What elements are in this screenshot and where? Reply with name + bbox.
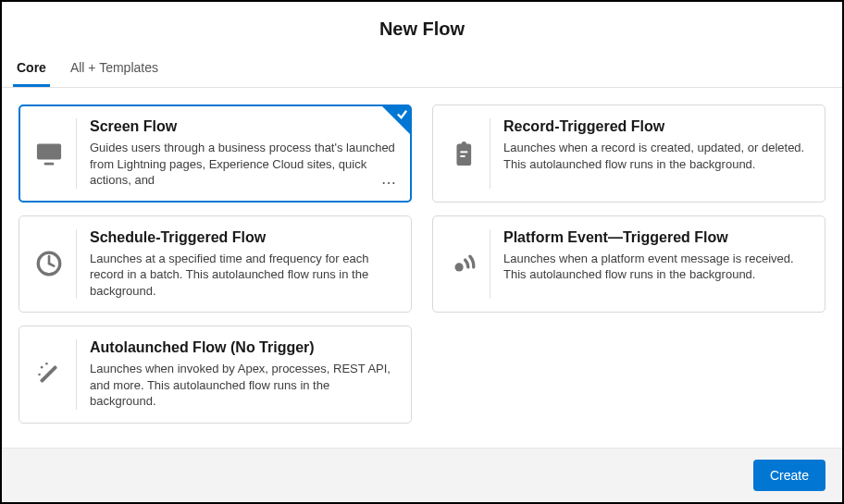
- clipboard-icon: [446, 118, 490, 189]
- card-description: Launches when a platform event message i…: [503, 251, 812, 283]
- magic-wand-icon: [32, 339, 77, 410]
- card-title: Screen Flow: [90, 118, 398, 135]
- flow-type-grid: Screen Flow Guides users through a busin…: [2, 88, 842, 448]
- svg-point-11: [45, 363, 48, 365]
- card-platform-event-flow[interactable]: Platform Event—Triggered Flow Launches w…: [432, 215, 825, 313]
- svg-rect-2: [460, 151, 467, 153]
- tab-all-templates[interactable]: All + Templates: [67, 51, 162, 87]
- card-title: Platform Event—Triggered Flow: [503, 229, 812, 246]
- selected-corner: [382, 106, 410, 134]
- create-button[interactable]: Create: [753, 460, 825, 491]
- card-autolaunched-flow[interactable]: Autolaunched Flow (No Trigger) Launches …: [19, 326, 412, 424]
- svg-point-10: [38, 374, 41, 376]
- card-title: Autolaunched Flow (No Trigger): [90, 339, 398, 356]
- card-description: Guides users through a business process …: [90, 140, 398, 189]
- svg-rect-0: [36, 143, 60, 159]
- checkmark-icon: [396, 108, 408, 120]
- card-description: Launches when a record is created, updat…: [503, 140, 812, 172]
- card-title: Record-Triggered Flow: [503, 118, 812, 135]
- tab-bar: Core All + Templates: [2, 51, 842, 88]
- card-description: Launches when invoked by Apex, processes…: [90, 361, 398, 410]
- dialog-header: New Flow: [2, 2, 842, 51]
- dialog-title: New Flow: [2, 18, 842, 40]
- ellipsis-icon: ⋯: [381, 174, 397, 191]
- svg-point-7: [454, 264, 463, 272]
- monitor-icon: [32, 118, 77, 189]
- clock-icon: [32, 229, 77, 300]
- card-schedule-triggered-flow[interactable]: Schedule-Triggered Flow Launches at a sp…: [19, 215, 412, 313]
- tab-core[interactable]: Core: [13, 51, 50, 87]
- signal-icon: [446, 229, 490, 300]
- svg-line-6: [49, 264, 54, 266]
- card-record-triggered-flow[interactable]: Record-Triggered Flow Launches when a re…: [432, 104, 825, 203]
- svg-rect-1: [43, 163, 53, 166]
- svg-point-9: [40, 366, 43, 369]
- svg-rect-3: [460, 155, 465, 157]
- card-screen-flow[interactable]: Screen Flow Guides users through a busin…: [19, 104, 412, 203]
- dialog-footer: Create: [2, 448, 842, 502]
- card-description: Launches at a specified time and frequen…: [90, 251, 398, 300]
- card-title: Schedule-Triggered Flow: [90, 229, 398, 246]
